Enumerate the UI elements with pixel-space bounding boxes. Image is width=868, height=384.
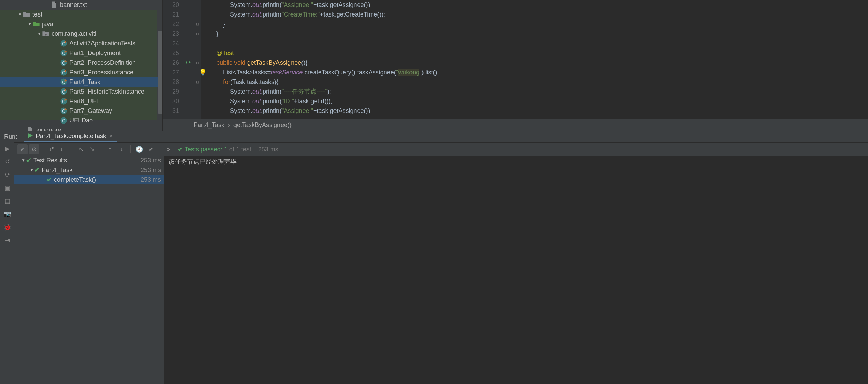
class-b-icon: C [60, 117, 67, 124]
exit-icon[interactable]: ⇥ [2, 235, 12, 245]
code-line[interactable]: for(Task task:tasks){ [209, 77, 868, 87]
check-icon: ✔ [34, 166, 40, 174]
code-line[interactable]: System.out.println("CreateTime:"+task.ge… [209, 10, 868, 19]
code-line[interactable]: @Test [209, 48, 868, 58]
tree-item-banner-txt[interactable]: banner.txt [0, 0, 162, 10]
collapse-all-button[interactable]: ⇲ [87, 144, 98, 154]
gutter-icons[interactable]: ⟳ [183, 0, 194, 119]
test-node-test-results[interactable]: ▼✔Test Results253 ms [14, 156, 164, 165]
sort-time-button[interactable]: ↓≡ [58, 144, 68, 154]
class-icon: C [60, 78, 67, 86]
divider [101, 145, 101, 153]
code-line[interactable]: System.out.println("----任务节点----"); [209, 87, 868, 96]
file-icon [26, 126, 34, 131]
tree-item-com-rang-activiti[interactable]: ▼com.rang.activiti [0, 29, 162, 39]
tree-item-activiti7applicationtests[interactable]: CActiviti7ApplicationTests [0, 39, 162, 48]
test-node-time: 253 ms [141, 157, 161, 164]
toggle-test-button[interactable]: ⟳ [2, 170, 12, 180]
test-history-button[interactable]: 🕘 [134, 144, 144, 154]
tree-item-part5-historictaskinstance[interactable]: CPart5_HistoricTaskInstance [0, 87, 162, 96]
intention-bulb-icon[interactable]: 💡 [199, 67, 207, 77]
tree-item-label: Part1_Deployment [69, 50, 121, 57]
code-line[interactable]: System.out.println("Assignee:"+task.getA… [209, 106, 868, 116]
run-test-gutter-icon[interactable]: ⟳ [186, 58, 191, 67]
test-node-completetask-[interactable]: ✔completeTask()253 ms [14, 175, 164, 184]
check-icon: ✔ [47, 176, 52, 183]
show-passed-button[interactable]: ✔ [17, 144, 28, 154]
run-tab-title: Part4_Task.completeTask [36, 132, 106, 140]
class-icon: C [60, 97, 67, 105]
close-icon[interactable]: ✕ [109, 134, 113, 139]
tree-item-java[interactable]: ▼java [0, 19, 162, 29]
next-test-button[interactable]: ↓ [117, 144, 127, 154]
console-output[interactable]: 该任务节点已经处理完毕 [164, 156, 868, 384]
camera-icon[interactable]: 📷 [2, 209, 12, 219]
sort-alpha-button[interactable]: ↓ª [46, 144, 57, 154]
tree-item-label: Part5_HistoricTaskInstance [69, 88, 144, 95]
tree-item-part1-deployment[interactable]: CPart1_Deployment [0, 48, 162, 58]
tree-item--gitignore[interactable]: .gitignore [0, 125, 162, 131]
code-lines[interactable]: System.out.println("Assignee:"+task.getA… [201, 0, 868, 119]
fold-gutter[interactable]: ⊟⊟⊟⊟ [194, 0, 201, 119]
rerun-button[interactable]: ▶ [2, 144, 12, 153]
project-tree[interactable]: banner.txt▼test▼java▼com.rang.activitiCA… [0, 0, 163, 131]
dump-button[interactable]: ▤ [2, 196, 12, 206]
prev-test-button[interactable]: ↑ [105, 144, 115, 154]
check-icon: ✔ [26, 157, 31, 164]
breadcrumb[interactable]: Part4_Task › getTaskByAssignee() [163, 119, 868, 131]
code-line[interactable]: } [209, 19, 868, 29]
bug-icon[interactable]: 🐞 [2, 222, 12, 232]
code-editor[interactable]: 202122232425262728293031 ⟳ ⊟⊟⊟⊟ System.o… [163, 0, 868, 131]
tree-item-ueldao[interactable]: CUELDao [0, 116, 162, 125]
code-line[interactable]: } [209, 29, 868, 39]
line-number-gutter: 202122232425262728293031 [163, 0, 183, 119]
class-icon: C [60, 107, 67, 115]
test-node-time: 253 ms [141, 167, 161, 174]
scrollbar-thumb[interactable] [158, 31, 162, 114]
tree-item-label: .gitignore [36, 127, 61, 131]
test-node-label: Test Results [33, 157, 141, 164]
import-test-button[interactable]: ⇙ [146, 144, 156, 154]
fold-icon[interactable]: ⊟ [196, 58, 199, 67]
run-tab-icon: ⯈ [28, 132, 34, 140]
expand-arrow-icon[interactable]: ▼ [17, 12, 23, 17]
tree-item-part3-processinstance[interactable]: CPart3_ProcessInstance [0, 67, 162, 77]
breadcrumb-class[interactable]: Part4_Task [194, 121, 224, 129]
expand-arrow-icon[interactable]: ▼ [27, 22, 32, 26]
code-line[interactable]: 💡 List<Task>tasks=taskService.createTask… [209, 67, 868, 77]
class-icon: C [60, 40, 67, 47]
expand-all-button[interactable]: ⇱ [76, 144, 86, 154]
tree-item-label: Part6_UEL [69, 98, 100, 105]
tree-item-part4-task[interactable]: CPart4_Task [0, 77, 162, 87]
test-node-label: Part4_Task [42, 167, 141, 174]
tree-item-label: java [42, 21, 53, 28]
breadcrumb-method[interactable]: getTaskByAssignee() [233, 121, 292, 129]
tree-item-label: Part7_Gateway [69, 107, 112, 115]
tree-item-label: test [32, 11, 42, 18]
stop-button[interactable]: ▣ [2, 183, 12, 193]
toggle-auto-test-button[interactable]: ↺ [2, 157, 12, 167]
expand-arrow-icon[interactable]: ▼ [21, 158, 26, 163]
code-line[interactable] [209, 39, 868, 48]
test-results-tree[interactable]: ▼✔Test Results253 ms▼✔Part4_Task253 ms✔c… [14, 156, 164, 384]
show-ignored-button[interactable]: ⊘ [29, 144, 39, 154]
fold-icon[interactable]: ⊟ [196, 19, 199, 29]
tree-item-part2-processdefinition[interactable]: CPart2_ProcessDefinition [0, 58, 162, 67]
tree-item-part7-gateway[interactable]: CPart7_Gateway [0, 106, 162, 116]
code-line[interactable]: System.out.println("ID:"+task.getId()); [209, 96, 868, 106]
code-line[interactable]: public void getTaskByAssignee(){ [209, 58, 868, 67]
tree-item-label: Activiti7ApplicationTests [69, 40, 135, 47]
expand-arrow-icon[interactable]: ▼ [36, 31, 42, 36]
class-icon: C [60, 88, 67, 95]
tree-item-part6-uel[interactable]: CPart6_UEL [0, 96, 162, 106]
test-node-part4-task[interactable]: ▼✔Part4_Task253 ms [14, 165, 164, 175]
tree-item-test[interactable]: ▼test [0, 10, 162, 19]
run-tab[interactable]: ⯈ Part4_Task.completeTask ✕ [24, 131, 117, 142]
code-line[interactable]: System.out.println("Assignee:"+task.getA… [209, 0, 868, 10]
fold-icon[interactable]: ⊟ [196, 77, 199, 87]
tree-item-label: Part4_Task [69, 78, 100, 86]
fold-icon[interactable]: ⊟ [196, 29, 199, 39]
more-button[interactable]: » [163, 144, 174, 154]
expand-arrow-icon[interactable]: ▼ [29, 168, 34, 172]
run-leftbar: ▶ ↺ ⟳ ▣ ▤ 📷 🐞 ⇥ [0, 142, 14, 384]
